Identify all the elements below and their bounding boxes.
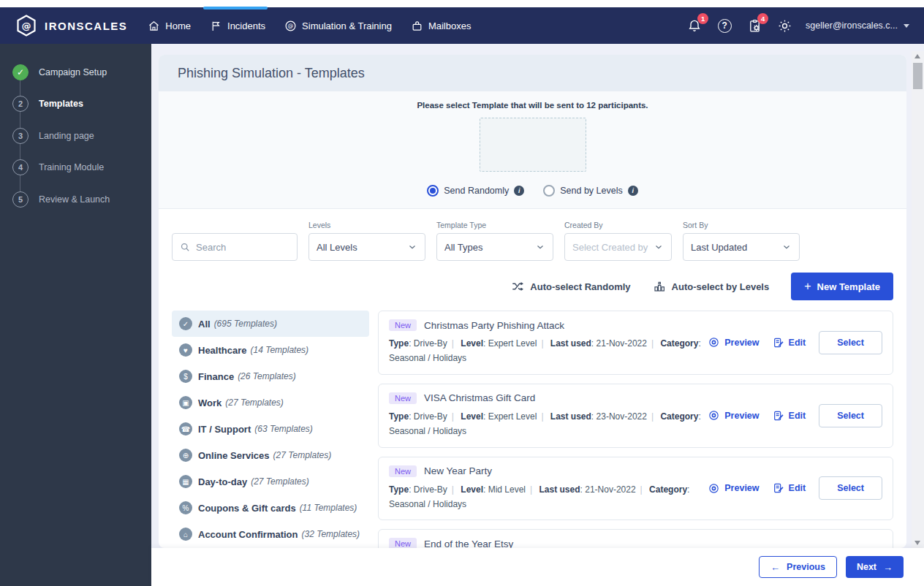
template-meta: Type: Drive-By| Level: Mid Level| Last u… — [389, 482, 708, 512]
online-services-icon: ⊕ — [179, 449, 192, 462]
filter-bar: Levels All Levels Template Type All Type… — [159, 209, 906, 264]
info-icon[interactable]: i — [628, 186, 638, 196]
sort-by-select[interactable]: Last Updated — [683, 233, 800, 261]
svg-text:@: @ — [288, 23, 294, 29]
send-by-levels-radio[interactable]: Send by Levels i — [543, 185, 637, 197]
send-mode-options: Send Randomly i Send by Levels i — [427, 185, 637, 197]
top-navbar: @ IRONSCALES Home Incidents — [0, 7, 924, 44]
settings-button[interactable] — [776, 17, 793, 34]
scroll-up-arrow-icon[interactable] — [914, 54, 920, 58]
selected-template-dropzone[interactable] — [480, 118, 586, 172]
category-all[interactable]: ✓ All (695 Templates) — [172, 311, 369, 337]
nav-item-simulation-training[interactable]: @ Simulation & Training — [284, 20, 392, 32]
scrollbar-thumb[interactable] — [913, 63, 923, 89]
category-healthcare[interactable]: ♥ Healthcare (14 Templates) — [172, 337, 369, 363]
template-card: New New Year Party Type: Drive-By| Level… — [378, 457, 893, 521]
new-badge: New — [389, 538, 417, 548]
edit-button[interactable]: Edit — [773, 410, 806, 422]
user-email: sgeller@ironscales.c... — [806, 20, 898, 31]
template-title: Christmas Party Phishing Attack — [424, 320, 564, 331]
arrow-left-icon: ← — [770, 562, 780, 573]
template-card: New Christmas Party Phishing Attack Type… — [378, 311, 893, 375]
category-it-support[interactable]: ☎ IT / Support (63 Templates) — [172, 416, 369, 442]
mailbox-icon — [411, 20, 423, 32]
notifications-bell-button[interactable]: 1 — [686, 17, 703, 34]
nav-item-label: Incidents — [227, 20, 265, 31]
step-training-module[interactable]: 4 Training Module — [12, 152, 151, 184]
category-online-services[interactable]: ⊕ Online Services (27 Templates) — [172, 442, 369, 468]
new-badge: New — [389, 392, 417, 404]
auto-select-randomly-button[interactable]: Auto-select Randomly — [511, 280, 630, 293]
select-template-button[interactable]: Select — [819, 331, 882, 354]
templates-panel: Phishing Simulation - Templates Please s… — [159, 55, 906, 548]
send-randomly-radio[interactable]: Send Randomly i — [427, 185, 524, 197]
nav-item-home[interactable]: Home — [148, 20, 191, 32]
campaign-tasks-button[interactable]: 4 — [746, 17, 763, 34]
tasks-count-badge: 4 — [757, 13, 768, 24]
new-badge: New — [389, 465, 417, 477]
nav-item-label: Mailboxes — [428, 20, 472, 31]
ironscales-logo[interactable]: @ IRONSCALES — [15, 14, 127, 37]
help-button[interactable]: ? — [716, 17, 733, 34]
new-badge: New — [389, 319, 417, 331]
step-campaign-setup[interactable]: ✓ Campaign Setup — [12, 56, 151, 88]
it-support-icon: ☎ — [179, 422, 192, 435]
edit-button[interactable]: Edit — [773, 482, 806, 494]
ironscales-hexagon-icon: @ — [15, 14, 38, 37]
work-icon: ▣ — [179, 396, 192, 409]
category-finance[interactable]: $ Finance (26 Templates) — [172, 363, 369, 389]
category-day-to-day[interactable]: ▦ Day-to-day (27 Templates) — [172, 468, 369, 495]
template-card: New End of the Year Etsy Type: Drive-By|… — [378, 529, 893, 548]
brand-name: IRONSCALES — [45, 20, 127, 32]
eye-icon — [708, 336, 720, 349]
template-list: New Christmas Party Phishing Attack Type… — [378, 311, 893, 548]
question-icon: ? — [718, 19, 732, 33]
template-type-select[interactable]: All Types — [436, 233, 553, 261]
search-input[interactable] — [196, 242, 289, 253]
nav-item-label: Home — [165, 20, 191, 31]
shuffle-icon — [511, 280, 524, 293]
flag-icon — [210, 20, 222, 32]
list-actions-bar: Auto-select Randomly Auto-select by Leve… — [159, 264, 906, 311]
nav-item-mailboxes[interactable]: Mailboxes — [411, 20, 472, 32]
home-icon — [148, 20, 160, 32]
step-landing-page[interactable]: 3 Landing page — [12, 120, 151, 152]
edit-button[interactable]: Edit — [773, 337, 806, 349]
scroll-down-arrow-icon[interactable] — [914, 541, 920, 545]
notifications-count-badge: 1 — [697, 13, 708, 24]
new-template-button[interactable]: + New Template — [791, 273, 893, 300]
vertical-scrollbar[interactable] — [912, 51, 924, 548]
search-icon — [180, 242, 191, 253]
category-account-confirmation[interactable]: ⌂ Account Confirmation (32 Templates) — [172, 521, 369, 547]
active-nav-indicator — [203, 7, 268, 9]
step-templates[interactable]: 2 Templates — [12, 88, 151, 121]
step-review-launch[interactable]: 5 Review & Launch — [12, 183, 151, 216]
step-number: 2 — [12, 96, 29, 112]
preview-button[interactable]: Preview — [708, 482, 759, 495]
select-template-button[interactable]: Select — [819, 476, 882, 500]
search-input-box[interactable] — [172, 233, 298, 261]
select-template-button[interactable]: Select — [819, 404, 882, 427]
auto-select-by-levels-button[interactable]: Auto-select by Levels — [653, 280, 770, 293]
previous-button[interactable]: ← Previous — [759, 556, 837, 578]
radio-selected-icon[interactable] — [427, 185, 439, 197]
page-title: Phishing Simulation - Templates — [178, 66, 365, 81]
sort-by-filter: Sort By Last Updated — [683, 221, 800, 261]
category-work[interactable]: ▣ Work (27 Templates) — [172, 389, 369, 416]
chevron-down-icon — [781, 242, 792, 252]
template-title: New Year Party — [424, 465, 492, 476]
info-icon[interactable]: i — [514, 186, 524, 196]
category-list: ✓ All (695 Templates) ♥ Healthcare (14 T… — [172, 311, 369, 548]
created-by-select[interactable]: Select Created by — [564, 233, 672, 261]
radio-unselected-icon[interactable] — [543, 185, 555, 197]
user-account-menu[interactable]: sgeller@ironscales.c... — [806, 20, 909, 31]
preview-button[interactable]: Preview — [708, 409, 759, 422]
search-field — [172, 221, 298, 261]
eye-icon — [708, 482, 720, 495]
preview-button[interactable]: Preview — [708, 336, 759, 349]
category-coupons-gift-cards[interactable]: % Coupons & Gift cards (11 Templates) — [172, 495, 369, 521]
nav-item-incidents[interactable]: Incidents — [210, 20, 265, 32]
next-button[interactable]: Next → — [846, 556, 904, 578]
levels-bars-icon — [653, 280, 666, 293]
levels-select[interactable]: All Levels — [308, 233, 425, 261]
